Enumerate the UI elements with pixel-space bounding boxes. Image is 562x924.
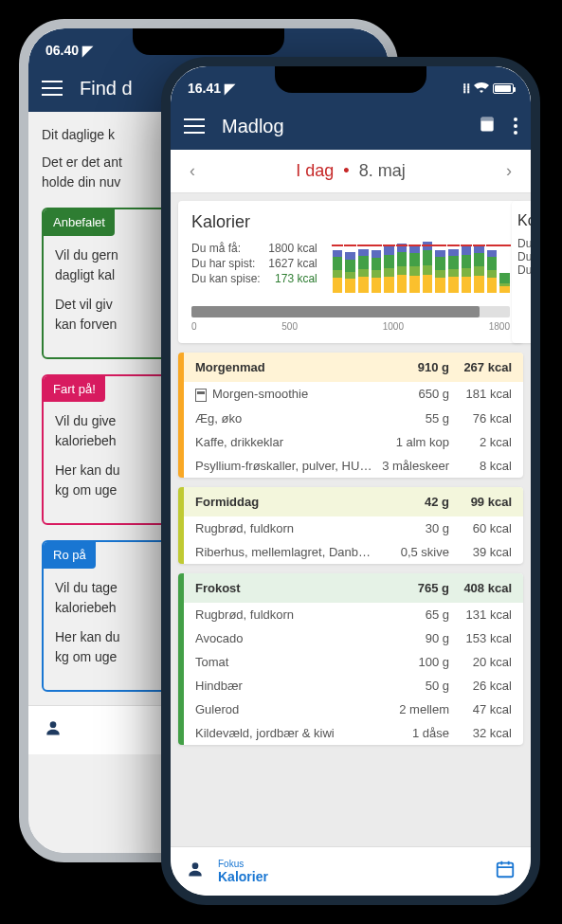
meal-item[interactable]: Avocado 90 g 153 kcal xyxy=(184,626,523,650)
calendar-icon[interactable] xyxy=(495,859,516,884)
recipe-icon xyxy=(195,389,207,402)
calories-card[interactable]: Kalorier Du må få:1800 kcalDu har spist:… xyxy=(178,201,523,343)
prev-day-button[interactable]: ‹ xyxy=(184,161,201,181)
card-label: Anbefalet xyxy=(44,209,115,236)
meal-item[interactable]: Riberhus, mellemlagret, Danbo, 25%, sk..… xyxy=(184,540,523,564)
person-icon[interactable] xyxy=(44,718,63,742)
location-icon: ◤ xyxy=(225,81,235,96)
app-bar: Madlog xyxy=(171,102,531,150)
menu-icon[interactable] xyxy=(42,81,63,96)
battery-icon xyxy=(493,83,514,94)
meal-item[interactable]: Kildevæld, jordbær & kiwi 1 dåse 32 kcal xyxy=(184,721,523,745)
book-icon[interactable] xyxy=(478,115,497,137)
menu-icon[interactable] xyxy=(184,118,205,134)
meal-item[interactable]: Rugbrød, fuldkorn 30 g 60 kcal xyxy=(184,516,523,540)
signal-icon: ⁞⁞ xyxy=(462,81,470,96)
meal-item[interactable]: Morgen-smoothie 650 g 181 kcal xyxy=(184,382,523,407)
front-phone: 16.41 ◤ ⁞⁞ Madlog ‹ I dag • xyxy=(161,57,540,905)
meal-item[interactable]: Tomat 100 g 20 kcal xyxy=(184,650,523,674)
next-card-peek[interactable]: Ko Du Du Du xyxy=(512,201,531,343)
svg-rect-4 xyxy=(498,863,514,878)
meal-card[interactable]: Frokost 765 g 408 kcal Rugbrød, fuldkorn… xyxy=(178,573,523,745)
meal-item[interactable]: Psyllium-frøskaller, pulver, HUSK 3 måle… xyxy=(184,454,523,478)
svg-rect-2 xyxy=(480,118,493,121)
notch xyxy=(275,66,426,93)
content-scroll[interactable]: Kalorier Du må få:1800 kcalDu har spist:… xyxy=(171,193,531,846)
svg-point-3 xyxy=(192,862,199,869)
bottom-bar: Fokus Kalorier xyxy=(171,846,531,896)
meal-item[interactable]: Kaffe, drikkeklar 1 alm kop 2 kcal xyxy=(184,430,523,454)
meal-item[interactable]: Æg, øko 55 g 76 kcal xyxy=(184,407,523,430)
meal-item[interactable]: Rugbrød, fuldkorn 65 g 131 kcal xyxy=(184,603,523,626)
focus-value: Kalorier xyxy=(218,869,495,884)
svg-point-0 xyxy=(50,721,57,728)
meal-card[interactable]: Morgenmad 910 g 267 kcal Morgen-smoothie… xyxy=(178,353,523,478)
date-today: I dag xyxy=(296,161,334,181)
calorie-progress: 050010001800 xyxy=(191,306,510,332)
meal-header: Frokost 765 g 408 kcal xyxy=(184,573,523,603)
meal-item[interactable]: Hindbær 50 g 26 kcal xyxy=(184,674,523,698)
date-nav: ‹ I dag • 8. maj › xyxy=(171,150,531,193)
notch xyxy=(133,28,284,55)
date-value: 8. maj xyxy=(359,161,406,181)
meal-header: Morgenmad 910 g 267 kcal xyxy=(184,353,523,382)
calories-title: Kalorier xyxy=(191,212,510,232)
next-day-button[interactable]: › xyxy=(500,161,517,181)
meal-header: Formiddag 42 g 99 kcal xyxy=(184,487,523,516)
meal-item[interactable]: Gulerod 2 mellem 47 kcal xyxy=(184,698,523,721)
more-icon[interactable] xyxy=(514,118,517,135)
meal-card[interactable]: Formiddag 42 g 99 kcal Rugbrød, fuldkorn… xyxy=(178,487,523,564)
status-time: 06.40 xyxy=(45,43,79,58)
location-icon: ◤ xyxy=(82,43,93,58)
status-time: 16.41 xyxy=(188,81,221,96)
card-label: Fart på! xyxy=(44,376,105,403)
wifi-icon xyxy=(474,81,489,96)
calorie-chart xyxy=(333,242,510,293)
focus-selector[interactable]: Fokus Kalorier xyxy=(218,859,495,884)
person-icon[interactable] xyxy=(186,860,205,883)
page-title: Madlog xyxy=(222,116,461,137)
date-separator: • xyxy=(343,161,349,181)
calorie-stats: Du må få:1800 kcalDu har spist:1627 kcal… xyxy=(191,242,317,293)
card-label: Ro på xyxy=(44,542,96,569)
focus-label: Fokus xyxy=(218,859,495,869)
